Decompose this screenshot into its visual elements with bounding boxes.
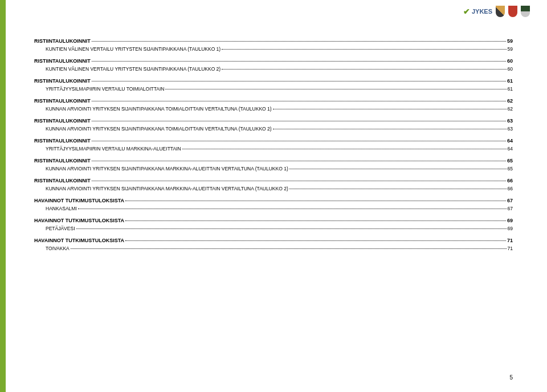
toc-label: HAVAINNOT TUTKIMUSTULOKSISTA xyxy=(34,236,124,244)
toc-leader-dots xyxy=(125,220,506,221)
toc-entry: KUNTIEN VÄLINEN VERTAILU YRITYSTEN SIJAI… xyxy=(46,66,513,74)
toc-leader-dots xyxy=(92,181,506,181)
toc-label: YRITTÄJYYSILMAPIIRIN VERTAILU TOIMIALOIT… xyxy=(46,85,164,93)
toc-leader-dots xyxy=(125,201,506,201)
toc-label: YRITTÄJYYSILMAPIIRIN VERTAILU MARKKINA-A… xyxy=(46,145,181,153)
toc-page: 65 xyxy=(508,165,513,173)
toc-leader-dots xyxy=(273,129,507,129)
toc-leader-dots xyxy=(92,161,506,161)
toc-leader-dots xyxy=(92,41,506,42)
toc-entry: HAVAINNOT TUTKIMUSTULOKSISTA 67 xyxy=(34,197,513,205)
toc-leader-dots xyxy=(222,69,506,70)
toc-leader-dots xyxy=(165,89,506,89)
toc-leader-dots xyxy=(92,121,506,121)
toc-label: RISTIINTAULUKOINNIT xyxy=(34,117,91,125)
toc-entry: RISTIINTAULUKOINNIT 63 xyxy=(34,117,513,125)
toc-label: RISTIINTAULUKOINNIT xyxy=(34,157,91,165)
shield-icon xyxy=(521,6,530,17)
logo-text: JYKES xyxy=(472,8,492,15)
toc-label: HAVAINNOT TUTKIMUSTULOKSISTA xyxy=(34,217,124,224)
toc-leader-dots xyxy=(125,240,506,241)
toc-leader-dots xyxy=(92,61,506,62)
toc-label: RISTIINTAULUKOINNIT xyxy=(34,177,91,185)
toc-label: RISTIINTAULUKOINNIT xyxy=(34,37,91,45)
toc-leader-dots xyxy=(76,228,507,229)
toc-leader-dots xyxy=(71,248,507,249)
page-number: 5 xyxy=(509,374,513,381)
jykes-logo: ✔ JYKES xyxy=(463,7,492,16)
toc-page: 69 xyxy=(508,225,513,233)
toc-page: 61 xyxy=(507,77,513,85)
toc-label: HAVAINNOT TUTKIMUSTULOKSISTA xyxy=(34,197,124,205)
toc-page: 61 xyxy=(508,85,513,93)
toc-entry: RISTIINTAULUKOINNIT 59 xyxy=(34,37,513,45)
toc-label: KUNNAN ARVIOINTI YRITYKSEN SIJAINTIPAIKK… xyxy=(46,105,272,113)
table-of-contents: RISTIINTAULUKOINNIT 59KUNTIEN VÄLINEN VE… xyxy=(34,37,513,253)
toc-page: 67 xyxy=(508,205,513,213)
toc-entry: KUNNAN ARVIOINTI YRITYKSEN SIJAINTIPAIKK… xyxy=(46,125,513,133)
toc-entry: KUNTIEN VÄLINEN VERTAILU YRITYSTEN SIJAI… xyxy=(46,46,513,54)
toc-page: 66 xyxy=(507,177,513,185)
toc-label: KUNTIEN VÄLINEN VERTAILU YRITYSTEN SIJAI… xyxy=(46,66,221,74)
toc-entry: KUNNAN ARVIOINTI YRITYKSEN SIJAINTIPAIKK… xyxy=(46,165,513,173)
toc-page: 62 xyxy=(508,105,513,113)
toc-label: HANKASALMI xyxy=(46,205,77,213)
toc-entry: HAVAINNOT TUTKIMUSTULOKSISTA 71 xyxy=(34,236,513,244)
toc-label: PETÄJÄVESI xyxy=(46,225,75,233)
toc-label: TOIVAKKA xyxy=(46,245,70,253)
shield-icon xyxy=(496,6,505,17)
side-green-bar xyxy=(0,0,6,392)
toc-page: 65 xyxy=(507,157,513,165)
toc-label: RISTIINTAULUKOINNIT xyxy=(34,97,91,105)
toc-entry: HAVAINNOT TUTKIMUSTULOKSISTA 69 xyxy=(34,217,513,224)
toc-leader-dots xyxy=(222,49,506,50)
toc-entry: RISTIINTAULUKOINNIT 64 xyxy=(34,137,513,145)
toc-entry: RISTIINTAULUKOINNIT 60 xyxy=(34,57,513,65)
toc-page: 59 xyxy=(507,37,513,45)
toc-label: KUNNAN ARVIOINTI YRITYKSEN SIJAINTIPAIKK… xyxy=(46,125,272,133)
toc-leader-dots xyxy=(92,141,506,141)
toc-leader-dots xyxy=(78,209,507,209)
toc-leader-dots xyxy=(289,189,507,189)
toc-label: KUNNAN ARVIOINTI YRITYKSEN SIJAINTIPAIKK… xyxy=(46,165,288,173)
toc-page: 64 xyxy=(507,137,513,145)
toc-page: 66 xyxy=(508,185,513,193)
toc-page: 59 xyxy=(508,46,513,54)
toc-entry: HANKASALMI 67 xyxy=(46,205,513,213)
toc-page: 62 xyxy=(507,97,513,105)
toc-page: 64 xyxy=(508,145,513,153)
toc-entry: TOIVAKKA 71 xyxy=(46,245,513,253)
toc-entry: YRITTÄJYYSILMAPIIRIN VERTAILU MARKKINA-A… xyxy=(46,145,513,153)
toc-label: KUNNAN ARVIOINTI YRITYKSEN SIJAINTIPAIKK… xyxy=(46,185,288,193)
toc-page: 60 xyxy=(508,66,513,74)
toc-page: 60 xyxy=(507,57,513,65)
toc-leader-dots xyxy=(273,109,507,109)
toc-page: 63 xyxy=(508,125,513,133)
toc-leader-dots xyxy=(92,81,506,81)
toc-label: RISTIINTAULUKOINNIT xyxy=(34,57,91,65)
toc-entry: KUNNAN ARVIOINTI YRITYKSEN SIJAINTIPAIKK… xyxy=(46,105,513,113)
header-logos: ✔ JYKES xyxy=(463,6,530,17)
toc-page: 69 xyxy=(507,217,513,224)
toc-page: 71 xyxy=(507,236,513,244)
toc-entry: PETÄJÄVESI 69 xyxy=(46,225,513,233)
shield-icon xyxy=(508,6,517,17)
toc-label: RISTIINTAULUKOINNIT xyxy=(34,77,91,85)
toc-entry: KUNNAN ARVIOINTI YRITYKSEN SIJAINTIPAIKK… xyxy=(46,185,513,193)
toc-leader-dots xyxy=(92,101,506,101)
toc-leader-dots xyxy=(182,149,507,149)
toc-entry: YRITTÄJYYSILMAPIIRIN VERTAILU TOIMIALOIT… xyxy=(46,85,513,93)
toc-page: 71 xyxy=(508,245,513,253)
toc-entry: RISTIINTAULUKOINNIT 61 xyxy=(34,77,513,85)
toc-entry: RISTIINTAULUKOINNIT 66 xyxy=(34,177,513,185)
toc-leader-dots xyxy=(289,169,507,169)
toc-label: RISTIINTAULUKOINNIT xyxy=(34,137,91,145)
toc-page: 63 xyxy=(507,117,513,125)
toc-entry: RISTIINTAULUKOINNIT 62 xyxy=(34,97,513,105)
toc-page: 67 xyxy=(507,197,513,205)
checkmark-icon: ✔ xyxy=(463,7,470,16)
toc-label: KUNTIEN VÄLINEN VERTAILU YRITYSTEN SIJAI… xyxy=(46,46,221,54)
toc-entry: RISTIINTAULUKOINNIT 65 xyxy=(34,157,513,165)
